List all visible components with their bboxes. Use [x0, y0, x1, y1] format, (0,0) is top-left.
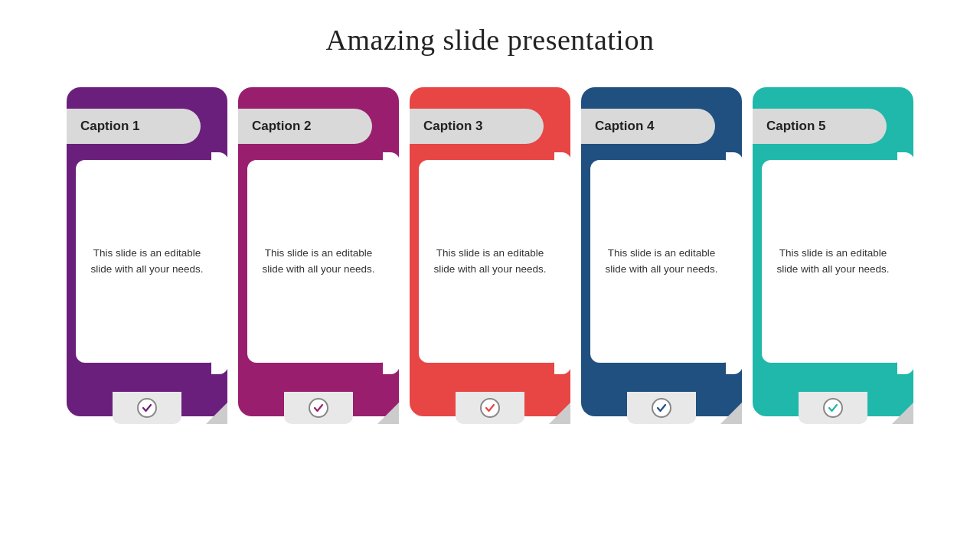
check-tab-3 — [456, 392, 524, 424]
check-tab-1 — [113, 392, 181, 424]
check-tab-5 — [799, 392, 867, 424]
card-3: Caption 3This slide is an editable slide… — [410, 87, 570, 416]
page-title: Amazing slide presentation — [326, 23, 655, 57]
card-body-1: Caption 1This slide is an editable slide… — [67, 87, 227, 416]
card-text-3: This slide is an editable slide with all… — [430, 246, 550, 278]
caption-tab-2: Caption 2 — [238, 109, 372, 144]
check-icon-1 — [137, 398, 157, 418]
caption-label-3: Caption 3 — [423, 119, 482, 134]
inner-card-1: This slide is an editable slide with all… — [76, 160, 218, 363]
fold-5 — [892, 403, 913, 424]
fold-3 — [549, 403, 570, 424]
card-text-2: This slide is an editable slide with all… — [259, 246, 378, 278]
card-5: Caption 5This slide is an editable slide… — [753, 87, 913, 416]
check-icon-4 — [652, 398, 671, 418]
inner-card-3: This slide is an editable slide with all… — [419, 160, 561, 363]
card-body-5: Caption 5This slide is an editable slide… — [753, 87, 913, 416]
caption-tab-3: Caption 3 — [410, 109, 544, 144]
card-body-3: Caption 3This slide is an editable slide… — [410, 87, 570, 416]
card-4: Caption 4This slide is an editable slide… — [581, 87, 742, 416]
caption-label-4: Caption 4 — [595, 119, 654, 134]
caption-label-1: Caption 1 — [80, 119, 139, 134]
caption-label-2: Caption 2 — [252, 119, 311, 134]
check-tab-4 — [627, 392, 696, 424]
fold-1 — [206, 403, 227, 424]
check-icon-3 — [480, 398, 500, 418]
inner-card-5: This slide is an editable slide with all… — [762, 160, 904, 363]
presentation-page: Amazing slide presentation Caption 1This… — [0, 0, 980, 551]
card-text-5: This slide is an editable slide with all… — [773, 246, 893, 278]
card-text-1: This slide is an editable slide with all… — [87, 246, 207, 278]
card-body-2: Caption 2This slide is an editable slide… — [238, 87, 399, 416]
check-tab-2 — [284, 392, 353, 424]
inner-card-2: This slide is an editable slide with all… — [247, 160, 390, 363]
card-body-4: Caption 4This slide is an editable slide… — [581, 87, 742, 416]
card-text-4: This slide is an editable slide with all… — [602, 246, 721, 278]
fold-4 — [720, 403, 742, 424]
caption-tab-1: Caption 1 — [67, 109, 201, 144]
inner-card-4: This slide is an editable slide with all… — [590, 160, 733, 363]
cards-container: Caption 1This slide is an editable slide… — [31, 87, 949, 416]
check-icon-2 — [309, 398, 328, 418]
caption-label-5: Caption 5 — [766, 119, 825, 134]
card-2: Caption 2This slide is an editable slide… — [238, 87, 399, 416]
check-icon-5 — [823, 398, 843, 418]
card-1: Caption 1This slide is an editable slide… — [67, 87, 227, 416]
caption-tab-5: Caption 5 — [753, 109, 887, 144]
caption-tab-4: Caption 4 — [581, 109, 715, 144]
fold-2 — [377, 403, 399, 424]
